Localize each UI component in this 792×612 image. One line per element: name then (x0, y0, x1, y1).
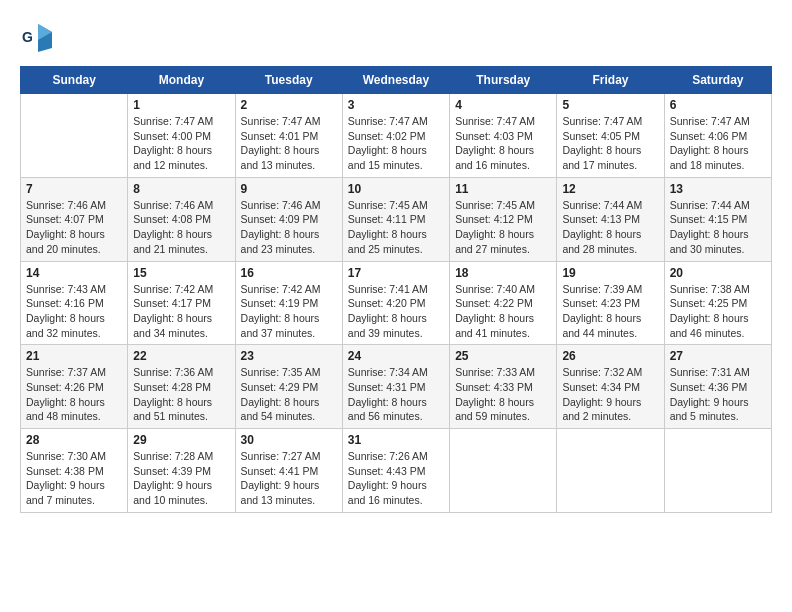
calendar-cell (21, 94, 128, 178)
day-info: Sunrise: 7:46 AMSunset: 4:07 PMDaylight:… (26, 198, 122, 257)
day-number: 29 (133, 433, 229, 447)
calendar-cell: 31Sunrise: 7:26 AMSunset: 4:43 PMDayligh… (342, 429, 449, 513)
day-number: 9 (241, 182, 337, 196)
calendar-week-row: 1Sunrise: 7:47 AMSunset: 4:00 PMDaylight… (21, 94, 772, 178)
day-info: Sunrise: 7:35 AMSunset: 4:29 PMDaylight:… (241, 365, 337, 424)
calendar-cell: 16Sunrise: 7:42 AMSunset: 4:19 PMDayligh… (235, 261, 342, 345)
day-number: 20 (670, 266, 766, 280)
weekday-header: Tuesday (235, 67, 342, 94)
day-number: 2 (241, 98, 337, 112)
day-number: 15 (133, 266, 229, 280)
day-info: Sunrise: 7:44 AMSunset: 4:15 PMDaylight:… (670, 198, 766, 257)
day-info: Sunrise: 7:46 AMSunset: 4:08 PMDaylight:… (133, 198, 229, 257)
weekday-header: Thursday (450, 67, 557, 94)
day-info: Sunrise: 7:42 AMSunset: 4:17 PMDaylight:… (133, 282, 229, 341)
logo: G (20, 20, 60, 56)
calendar-cell: 14Sunrise: 7:43 AMSunset: 4:16 PMDayligh… (21, 261, 128, 345)
day-number: 26 (562, 349, 658, 363)
calendar-week-row: 7Sunrise: 7:46 AMSunset: 4:07 PMDaylight… (21, 177, 772, 261)
day-number: 30 (241, 433, 337, 447)
day-number: 1 (133, 98, 229, 112)
day-number: 31 (348, 433, 444, 447)
day-info: Sunrise: 7:42 AMSunset: 4:19 PMDaylight:… (241, 282, 337, 341)
calendar-cell: 15Sunrise: 7:42 AMSunset: 4:17 PMDayligh… (128, 261, 235, 345)
day-info: Sunrise: 7:36 AMSunset: 4:28 PMDaylight:… (133, 365, 229, 424)
day-info: Sunrise: 7:45 AMSunset: 4:11 PMDaylight:… (348, 198, 444, 257)
day-number: 24 (348, 349, 444, 363)
calendar-cell: 21Sunrise: 7:37 AMSunset: 4:26 PMDayligh… (21, 345, 128, 429)
calendar-cell: 17Sunrise: 7:41 AMSunset: 4:20 PMDayligh… (342, 261, 449, 345)
weekday-header: Monday (128, 67, 235, 94)
day-info: Sunrise: 7:46 AMSunset: 4:09 PMDaylight:… (241, 198, 337, 257)
day-number: 12 (562, 182, 658, 196)
day-number: 17 (348, 266, 444, 280)
weekday-header-row: SundayMondayTuesdayWednesdayThursdayFrid… (21, 67, 772, 94)
day-info: Sunrise: 7:33 AMSunset: 4:33 PMDaylight:… (455, 365, 551, 424)
day-number: 19 (562, 266, 658, 280)
calendar-cell: 9Sunrise: 7:46 AMSunset: 4:09 PMDaylight… (235, 177, 342, 261)
calendar-table: SundayMondayTuesdayWednesdayThursdayFrid… (20, 66, 772, 513)
day-number: 11 (455, 182, 551, 196)
calendar-cell: 24Sunrise: 7:34 AMSunset: 4:31 PMDayligh… (342, 345, 449, 429)
calendar-cell: 20Sunrise: 7:38 AMSunset: 4:25 PMDayligh… (664, 261, 771, 345)
calendar-cell: 3Sunrise: 7:47 AMSunset: 4:02 PMDaylight… (342, 94, 449, 178)
calendar-cell: 30Sunrise: 7:27 AMSunset: 4:41 PMDayligh… (235, 429, 342, 513)
weekday-header: Saturday (664, 67, 771, 94)
day-number: 21 (26, 349, 122, 363)
day-info: Sunrise: 7:28 AMSunset: 4:39 PMDaylight:… (133, 449, 229, 508)
calendar-cell: 7Sunrise: 7:46 AMSunset: 4:07 PMDaylight… (21, 177, 128, 261)
day-info: Sunrise: 7:31 AMSunset: 4:36 PMDaylight:… (670, 365, 766, 424)
logo-icon: G (20, 20, 56, 56)
day-info: Sunrise: 7:41 AMSunset: 4:20 PMDaylight:… (348, 282, 444, 341)
day-info: Sunrise: 7:27 AMSunset: 4:41 PMDaylight:… (241, 449, 337, 508)
day-number: 25 (455, 349, 551, 363)
calendar-cell: 23Sunrise: 7:35 AMSunset: 4:29 PMDayligh… (235, 345, 342, 429)
calendar-cell: 27Sunrise: 7:31 AMSunset: 4:36 PMDayligh… (664, 345, 771, 429)
calendar-cell: 18Sunrise: 7:40 AMSunset: 4:22 PMDayligh… (450, 261, 557, 345)
day-number: 3 (348, 98, 444, 112)
day-info: Sunrise: 7:47 AMSunset: 4:06 PMDaylight:… (670, 114, 766, 173)
calendar-cell: 5Sunrise: 7:47 AMSunset: 4:05 PMDaylight… (557, 94, 664, 178)
day-info: Sunrise: 7:47 AMSunset: 4:03 PMDaylight:… (455, 114, 551, 173)
calendar-cell (664, 429, 771, 513)
page-header: G (20, 20, 772, 56)
day-number: 4 (455, 98, 551, 112)
calendar-cell: 19Sunrise: 7:39 AMSunset: 4:23 PMDayligh… (557, 261, 664, 345)
calendar-cell: 13Sunrise: 7:44 AMSunset: 4:15 PMDayligh… (664, 177, 771, 261)
calendar-cell: 1Sunrise: 7:47 AMSunset: 4:00 PMDaylight… (128, 94, 235, 178)
day-number: 10 (348, 182, 444, 196)
day-number: 13 (670, 182, 766, 196)
day-info: Sunrise: 7:30 AMSunset: 4:38 PMDaylight:… (26, 449, 122, 508)
day-number: 23 (241, 349, 337, 363)
day-number: 5 (562, 98, 658, 112)
day-number: 6 (670, 98, 766, 112)
day-info: Sunrise: 7:26 AMSunset: 4:43 PMDaylight:… (348, 449, 444, 508)
weekday-header: Sunday (21, 67, 128, 94)
day-info: Sunrise: 7:47 AMSunset: 4:00 PMDaylight:… (133, 114, 229, 173)
calendar-week-row: 21Sunrise: 7:37 AMSunset: 4:26 PMDayligh… (21, 345, 772, 429)
calendar-week-row: 28Sunrise: 7:30 AMSunset: 4:38 PMDayligh… (21, 429, 772, 513)
calendar-cell: 4Sunrise: 7:47 AMSunset: 4:03 PMDaylight… (450, 94, 557, 178)
day-info: Sunrise: 7:45 AMSunset: 4:12 PMDaylight:… (455, 198, 551, 257)
weekday-header: Friday (557, 67, 664, 94)
day-info: Sunrise: 7:47 AMSunset: 4:01 PMDaylight:… (241, 114, 337, 173)
day-info: Sunrise: 7:38 AMSunset: 4:25 PMDaylight:… (670, 282, 766, 341)
day-info: Sunrise: 7:40 AMSunset: 4:22 PMDaylight:… (455, 282, 551, 341)
calendar-cell: 11Sunrise: 7:45 AMSunset: 4:12 PMDayligh… (450, 177, 557, 261)
day-number: 18 (455, 266, 551, 280)
day-number: 22 (133, 349, 229, 363)
day-info: Sunrise: 7:32 AMSunset: 4:34 PMDaylight:… (562, 365, 658, 424)
day-info: Sunrise: 7:39 AMSunset: 4:23 PMDaylight:… (562, 282, 658, 341)
calendar-cell: 2Sunrise: 7:47 AMSunset: 4:01 PMDaylight… (235, 94, 342, 178)
day-number: 7 (26, 182, 122, 196)
day-info: Sunrise: 7:44 AMSunset: 4:13 PMDaylight:… (562, 198, 658, 257)
day-number: 28 (26, 433, 122, 447)
weekday-header: Wednesday (342, 67, 449, 94)
calendar-cell: 22Sunrise: 7:36 AMSunset: 4:28 PMDayligh… (128, 345, 235, 429)
calendar-cell: 10Sunrise: 7:45 AMSunset: 4:11 PMDayligh… (342, 177, 449, 261)
day-info: Sunrise: 7:34 AMSunset: 4:31 PMDaylight:… (348, 365, 444, 424)
day-number: 16 (241, 266, 337, 280)
calendar-cell (450, 429, 557, 513)
calendar-cell: 6Sunrise: 7:47 AMSunset: 4:06 PMDaylight… (664, 94, 771, 178)
day-number: 8 (133, 182, 229, 196)
